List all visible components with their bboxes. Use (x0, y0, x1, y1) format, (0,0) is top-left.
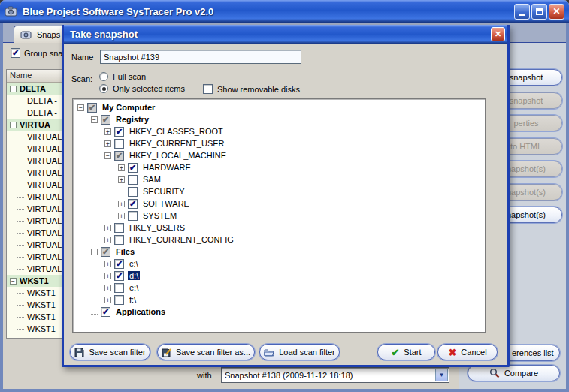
tree-node-label[interactable]: c:\ (128, 259, 140, 268)
tree-node-label[interactable]: SAM (141, 175, 162, 184)
minimize-button[interactable] (514, 4, 530, 20)
expand-icon[interactable]: + (104, 140, 111, 147)
tree-node[interactable]: +HKEY_CURRENT_USER (73, 137, 485, 149)
collapse-icon[interactable]: − (10, 278, 17, 285)
tree-checkbox[interactable]: ✔ (101, 307, 110, 317)
snapshot-name-input[interactable] (100, 50, 301, 64)
tree-node-label[interactable]: HKEY_CURRENT_CONFIG (128, 235, 235, 244)
tree-line (17, 293, 24, 294)
tree-checkbox[interactable] (114, 235, 124, 245)
tree-node[interactable]: ✔Applications (73, 306, 485, 318)
tree-checkbox[interactable]: ✔ (114, 271, 124, 281)
tree-node[interactable]: −✔Registry (73, 113, 485, 125)
tree-node-label[interactable]: HKEY_USERS (128, 223, 186, 232)
name-label: Name (71, 53, 93, 62)
radio-only-selected[interactable]: Only selected items (99, 84, 185, 93)
tree-node[interactable]: +HKEY_USERS (73, 222, 485, 234)
tree-checkbox[interactable]: ✔ (114, 259, 124, 269)
tree-node[interactable]: +e:\ (73, 282, 485, 294)
tree-checkbox[interactable]: ✔ (114, 127, 124, 137)
collapse-icon[interactable]: − (10, 122, 17, 128)
cancel-button[interactable]: ✖ Cancel (437, 344, 498, 360)
collapse-icon[interactable]: − (104, 152, 111, 159)
compare-button[interactable]: Compare (468, 365, 560, 381)
tree-node-label[interactable]: f:\ (128, 295, 138, 304)
tree-node-label[interactable]: d:\ (128, 271, 140, 280)
save-scan-filter-button[interactable]: Save scan filter (70, 344, 150, 360)
tree-checkbox[interactable] (114, 283, 124, 293)
tree-node-label[interactable]: My Computer (101, 103, 156, 112)
tree-node-label[interactable]: SYSTEM (141, 211, 178, 220)
tree-node[interactable]: +SYSTEM (73, 210, 485, 222)
tree-node-label[interactable]: SOFTWARE (141, 199, 191, 208)
list-item-label: WKST1 (20, 276, 49, 285)
tree-node[interactable]: +f:\ (73, 294, 485, 306)
compare-with-combobox[interactable]: Snapshot #138 (2009-11-12 18:18) ▼ (221, 367, 449, 383)
tree-line (17, 113, 24, 113)
expand-icon[interactable]: + (118, 213, 125, 219)
show-removable-disks-checkbox[interactable] (203, 84, 213, 94)
tree-checkbox[interactable] (114, 139, 124, 149)
tree-node-label[interactable]: HARDWARE (141, 163, 192, 172)
start-button[interactable]: ✔ Start (377, 344, 435, 360)
list-item-label: VIRTUAL (27, 132, 62, 141)
tree-line (17, 101, 24, 101)
tree-checkbox[interactable]: ✔ (114, 151, 124, 161)
tree-node-label[interactable]: Files (114, 247, 136, 256)
expand-icon[interactable]: + (104, 297, 111, 303)
tree-node[interactable]: +✔c:\ (73, 258, 485, 270)
expand-icon[interactable]: + (104, 237, 111, 243)
show-removable-disks-row[interactable]: Show removable disks (203, 84, 300, 94)
maximize-button[interactable] (531, 4, 547, 20)
tree-node-label[interactable]: SECURITY (141, 187, 186, 196)
dialog-close-button[interactable]: ✕ (491, 27, 505, 41)
tree-node-label[interactable]: HKEY_CLASSES_ROOT (128, 127, 225, 136)
tree-checkbox[interactable]: ✔ (101, 247, 110, 257)
tree-node[interactable]: +✔HKEY_CLASSES_ROOT (73, 125, 485, 137)
check-icon: ✔ (391, 348, 399, 357)
tree-node[interactable]: +✔HARDWARE (73, 161, 485, 173)
chevron-down-icon[interactable]: ▼ (435, 369, 448, 381)
tree-checkbox[interactable] (114, 223, 124, 233)
expand-icon[interactable]: + (104, 261, 111, 267)
tree-node[interactable]: SECURITY (73, 185, 485, 198)
tree-checkbox[interactable]: ✔ (128, 163, 138, 173)
save-scan-filter-as-button[interactable]: Save scan filter as... (157, 344, 255, 360)
tree-node-label[interactable]: Registry (114, 115, 150, 124)
tree-checkbox[interactable] (128, 187, 138, 197)
collapse-icon[interactable]: − (77, 104, 84, 111)
expand-icon[interactable]: + (118, 176, 125, 183)
radio-icon (99, 72, 108, 81)
expand-icon[interactable]: + (104, 285, 111, 291)
tree-node[interactable]: −✔Files (73, 246, 485, 258)
tree-node[interactable]: −✔My Computer (73, 101, 485, 113)
tree-node[interactable]: +✔SOFTWARE (73, 198, 485, 210)
radio-full-scan[interactable]: Full scan (99, 72, 146, 81)
tree-node-label[interactable]: Applications (114, 307, 167, 316)
tree-node[interactable]: +✔d:\ (73, 270, 485, 282)
tree-node-label[interactable]: e:\ (128, 283, 140, 292)
tree-node[interactable]: −✔HKEY_LOCAL_MACHINE (73, 149, 485, 161)
expand-icon[interactable]: + (104, 273, 111, 279)
tree-checkbox[interactable]: ✔ (128, 199, 138, 209)
tree-checkbox[interactable]: ✔ (87, 103, 97, 113)
tree-node-label[interactable]: HKEY_LOCAL_MACHINE (128, 151, 228, 160)
expand-icon[interactable]: + (118, 164, 125, 171)
load-scan-filter-button[interactable]: Load scan filter (259, 344, 340, 360)
collapse-icon[interactable]: − (10, 86, 17, 92)
collapse-icon[interactable]: − (91, 116, 98, 123)
expand-icon[interactable]: + (104, 225, 111, 231)
tree-node-label[interactable]: HKEY_CURRENT_USER (128, 139, 226, 148)
close-button[interactable]: ✕ (549, 4, 564, 20)
tree-checkbox[interactable] (128, 211, 138, 221)
tree-checkbox[interactable]: ✔ (101, 115, 110, 125)
tree-checkbox[interactable] (114, 295, 124, 305)
tree-node[interactable]: +SAM (73, 173, 485, 185)
group-snapshots-checkbox[interactable]: ✔ (11, 48, 20, 58)
expand-icon[interactable]: + (104, 128, 111, 135)
collapse-icon[interactable]: − (91, 249, 98, 255)
save-scan-filter-as-label: Save scan filter as... (176, 348, 250, 357)
tree-node[interactable]: +HKEY_CURRENT_CONFIG (73, 234, 485, 246)
tree-checkbox[interactable] (128, 175, 138, 185)
expand-icon[interactable]: + (118, 201, 125, 207)
